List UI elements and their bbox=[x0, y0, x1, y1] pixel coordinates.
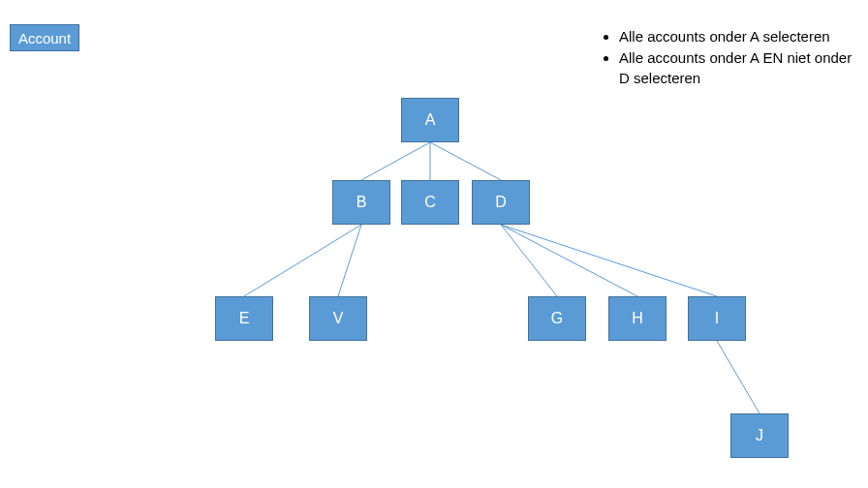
legend-account-box: Account bbox=[10, 24, 79, 51]
node-g: G bbox=[528, 296, 586, 341]
bullet-list: Alle accounts onder A selecteren Alle ac… bbox=[600, 27, 861, 90]
node-h: H bbox=[608, 296, 666, 341]
node-a: A bbox=[401, 98, 459, 142]
node-b-label: B bbox=[356, 194, 367, 211]
node-i: I bbox=[688, 296, 746, 341]
bullet-item-2: Alle accounts onder A EN niet onder D se… bbox=[619, 48, 861, 90]
svg-line-0 bbox=[361, 142, 430, 180]
svg-line-2 bbox=[430, 142, 501, 180]
svg-line-6 bbox=[501, 225, 637, 296]
svg-line-7 bbox=[501, 225, 717, 296]
node-j-label: J bbox=[756, 427, 763, 444]
node-j: J bbox=[730, 413, 789, 458]
svg-line-8 bbox=[717, 341, 760, 413]
legend-account-label: Account bbox=[18, 30, 71, 46]
node-g-label: G bbox=[551, 310, 563, 327]
node-d: D bbox=[472, 180, 530, 225]
node-v: V bbox=[309, 296, 367, 341]
node-a-label: A bbox=[425, 111, 436, 129]
svg-line-4 bbox=[338, 225, 361, 296]
node-e: E bbox=[215, 296, 273, 341]
node-c-label: C bbox=[424, 194, 436, 211]
node-c: C bbox=[401, 180, 459, 225]
node-b: B bbox=[332, 180, 390, 225]
node-v-label: V bbox=[333, 310, 344, 327]
bullet-item-1: Alle accounts onder A selecteren bbox=[619, 27, 861, 48]
node-d-label: D bbox=[495, 194, 507, 211]
node-h-label: H bbox=[632, 310, 643, 327]
svg-line-3 bbox=[244, 225, 361, 296]
node-e-label: E bbox=[239, 310, 250, 327]
node-i-label: I bbox=[715, 310, 719, 327]
svg-line-5 bbox=[501, 225, 557, 296]
